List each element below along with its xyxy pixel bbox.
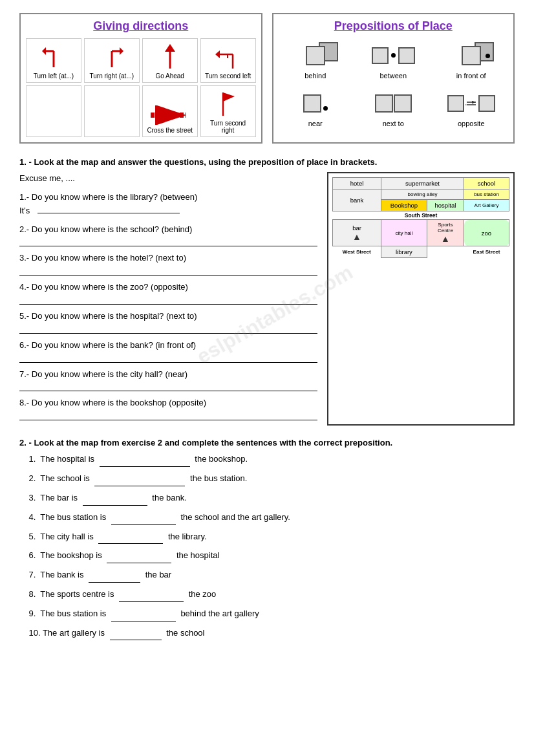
prep-near-visual — [281, 89, 350, 118]
ex2-blank9[interactable] — [111, 607, 176, 621]
q6: 6.- Do you know where is the bank? (in f… — [19, 339, 317, 363]
ex2-blank1[interactable] — [100, 453, 190, 467]
q3: 3.- Do you know where is the hotel? (nex… — [19, 252, 317, 275]
turn-left-icon — [41, 41, 67, 70]
prepositions-box: Prepositions of Place behind — [272, 13, 515, 144]
dir-go-ahead-label: Go Ahead — [155, 72, 184, 80]
directions-box: Giving directions Turn left (at...) Turn… — [19, 13, 262, 144]
prep-between-label: between — [359, 72, 428, 80]
map-table: hotel supermarket school bank bowling al… — [332, 177, 509, 258]
map-empty — [427, 246, 464, 258]
dir-turn-second-right: Turn second right — [200, 85, 256, 137]
map-row1: hotel supermarket school — [333, 178, 509, 189]
prep-near: near — [279, 86, 353, 130]
map-busstation: bus station — [464, 189, 509, 200]
prep-in-front-of-visual — [437, 41, 506, 70]
ex2-blank3[interactable] — [83, 491, 147, 506]
opposite-arrows-icon — [465, 99, 477, 108]
prep-opposite: opposite — [434, 86, 509, 130]
prep-next-to-label: next to — [359, 120, 428, 127]
q7: 7.- Do you know where is the city hall? … — [19, 368, 317, 392]
dir-turn-left: Turn left (at...) — [26, 38, 81, 83]
map-east-street: East Street — [464, 246, 509, 258]
ex2-blank6[interactable] — [107, 549, 171, 563]
ex2-item5: 5. The city hall is the library. — [19, 530, 515, 545]
ex2-blank8[interactable] — [119, 588, 184, 602]
ex2-item10: 10. The art gallery is the school — [19, 627, 515, 641]
ex2-item6: 6. The bookshop is the hospital — [19, 549, 515, 563]
q4: 4.- Do you know where is the zoo? (oppos… — [19, 281, 317, 305]
dir-go-ahead: Go Ahead — [142, 38, 198, 83]
map-hospital: hospital — [427, 200, 464, 211]
q8: 8.- Do you know where is the bookshop (o… — [19, 396, 317, 420]
q2: 2.- Do you know where is the school? (be… — [19, 223, 317, 247]
ex2-blank5[interactable] — [98, 530, 163, 545]
dir-cross-street: Cross the street — [142, 85, 198, 137]
map-container: hotel supermarket school bank bowling al… — [327, 172, 515, 426]
q8-answer[interactable] — [19, 411, 317, 420]
turn-second-right-icon — [215, 89, 241, 118]
prep-behind-label: behind — [281, 72, 350, 80]
svg-marker-2 — [42, 47, 46, 55]
map-sports: SportsCentre ▲ — [427, 220, 464, 246]
exercise1: 1. - Look at the map and answer the ques… — [19, 157, 515, 426]
turn-right-icon — [99, 41, 125, 70]
prep-near-label: near — [281, 120, 350, 127]
ex2-item4: 4. The bus station is the school and the… — [19, 511, 515, 525]
go-ahead-icon — [157, 41, 183, 70]
exercise1-title: 1. - Look at the map and answer the ques… — [19, 157, 515, 168]
ex2-blank7[interactable] — [89, 568, 140, 583]
dir-cross-street-label: Cross the street — [147, 127, 193, 134]
exercise1-intro: Excuse me, .... — [19, 172, 317, 186]
q7-answer[interactable] — [19, 382, 317, 391]
prepositions-grid: behind between — [279, 38, 509, 130]
ex2-item8: 8. The sports centre is the zoo — [19, 588, 515, 602]
dir-turn-second-right-label: Turn second right — [204, 120, 253, 134]
map-zoo: zoo — [464, 220, 509, 246]
q6-answer[interactable] — [19, 354, 317, 363]
dir-turn-right: Turn right (at...) — [84, 38, 140, 83]
exercise2-title: 2. - Look at the map from exercise 2 and… — [19, 437, 515, 449]
map-school: school — [464, 178, 509, 189]
map-bookshop: Bookshop — [381, 200, 427, 211]
map-cityhall: city hall — [381, 220, 427, 246]
dir-empty2 — [84, 85, 140, 137]
svg-marker-7 — [165, 44, 175, 52]
map-bowling: bowling alley — [381, 189, 464, 200]
map-row3: bar ▲ city hall SportsCentre ▲ zoo — [333, 220, 509, 246]
dir-empty1 — [26, 85, 81, 137]
prep-next-to: next to — [356, 86, 431, 130]
prep-opposite-visual — [437, 89, 506, 118]
prepositions-title: Prepositions of Place — [279, 19, 509, 33]
map-hotel: hotel — [333, 178, 381, 189]
ex2-item3: 3. The bar is the bank. — [19, 491, 515, 506]
exercise1-questions: Excuse me, .... 1.- Do you know where is… — [19, 172, 317, 426]
prep-opposite-label: opposite — [437, 120, 506, 127]
exercise2: 2. - Look at the map from exercise 2 and… — [19, 437, 515, 640]
map-row1b: bank bowling alley bus station — [333, 189, 509, 200]
map-library: library — [381, 246, 427, 258]
prep-behind-visual — [281, 41, 350, 70]
ex2-item9: 9. The bus station is behind the art gal… — [19, 607, 515, 621]
ex2-item1: 1. The hospital is the bookshop. — [19, 453, 515, 467]
q2-answer[interactable] — [19, 237, 317, 246]
ex2-blank4[interactable] — [111, 511, 176, 525]
map-south-street-row: South Street — [333, 211, 509, 220]
map-west-street: West Street — [333, 246, 381, 258]
dir-turn-left-label: Turn left (at...) — [34, 72, 74, 80]
map-south-street: South Street — [333, 211, 509, 220]
giving-directions-title: Giving directions — [26, 19, 256, 33]
q3-answer[interactable] — [19, 266, 317, 275]
ex2-item2: 2. The school is the bus station. — [19, 472, 515, 486]
q5-answer[interactable] — [19, 325, 317, 334]
prep-behind: behind — [279, 38, 353, 82]
q4-answer[interactable] — [19, 296, 317, 305]
prep-in-front-of: in front of — [434, 38, 509, 82]
q1-answer[interactable] — [37, 213, 180, 213]
top-section: Giving directions Turn left (at...) Turn… — [19, 13, 515, 144]
directions-grid: Turn left (at...) Turn right (at...) Go … — [26, 38, 256, 137]
dir-turn-second-left: Turn second left — [200, 38, 256, 83]
ex2-blank2[interactable] — [94, 472, 185, 486]
ex2-blank10[interactable] — [110, 627, 162, 641]
q5: 5.- Do you know where is the hospital? (… — [19, 310, 317, 334]
